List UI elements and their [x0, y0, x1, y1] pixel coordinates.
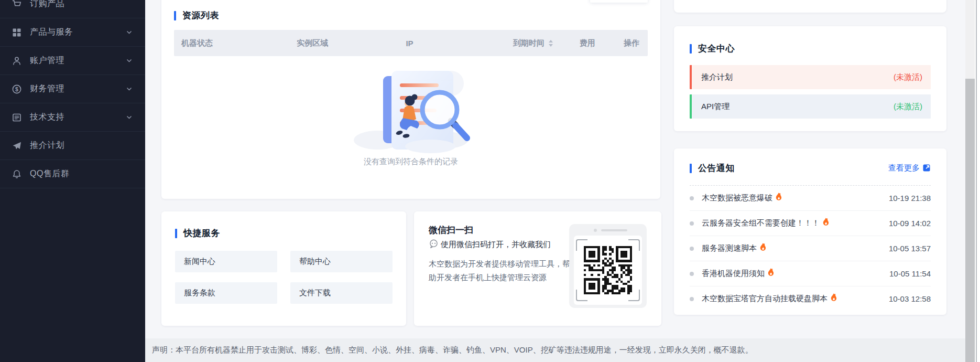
sidebar-item-bell[interactable]: QQ售后群	[0, 160, 145, 188]
wechat-subtitle-row: 使用微信扫码打开，并收藏我们	[429, 239, 564, 250]
dashboard-page: 订购产品 产品与服务 账户管理 $ 财务管理 技术支持 推介计划	[0, 0, 980, 362]
bullet-dot-icon	[690, 221, 694, 226]
view-more-label: 查看更多	[888, 163, 920, 173]
announcement-title: 香港机器使用须知	[702, 269, 765, 279]
announcement-date: 10-05 13:57	[889, 244, 931, 253]
accent-bar	[175, 229, 177, 238]
column-header-label: 到期时间	[513, 38, 545, 48]
announcements-panel: 公告通知 查看更多 木空数据被恶意爆破 10-19 21:38 云服务器安全组不…	[674, 148, 946, 315]
wechat-panel: 微信扫一扫 使用微信扫码打开，并收藏我们 木空数据为开发者提供移动管理工具，帮助…	[414, 211, 661, 326]
phone-speaker-pill	[601, 229, 627, 231]
sidebar-item-label: 技术支持	[30, 112, 126, 123]
column-header-label: IP	[406, 39, 413, 48]
quick-link-button[interactable]: 帮助中心	[290, 251, 393, 272]
security-row[interactable]: 推介计划 (未激活)	[690, 65, 931, 89]
wechat-subtitle: 使用微信扫码打开，并收藏我们	[441, 240, 551, 250]
security-row[interactable]: API管理 (未激活)	[690, 94, 931, 119]
announcement-title: 木空数据宝塔官方自动挂载硬盘脚本	[702, 294, 827, 304]
column-header: 操作	[616, 38, 648, 48]
announcement-date: 10-19 21:38	[889, 194, 931, 203]
column-header: IP	[398, 39, 505, 48]
external-link-icon	[923, 164, 931, 173]
sidebar-menu: 订购产品 产品与服务 账户管理 $ 财务管理 技术支持 推介计划	[0, 0, 145, 188]
sidebar-item-cart[interactable]: 订购产品	[0, 0, 145, 18]
quick-link-button[interactable]: 新闻中心	[175, 251, 277, 272]
quick-services-panel: 快捷服务 新闻中心帮助中心服务条款文件下载	[161, 211, 406, 326]
cut-off-panel	[674, 0, 946, 13]
column-header: 机器状态	[174, 38, 289, 48]
empty-illustration	[351, 61, 471, 155]
view-more-link[interactable]: 查看更多	[888, 163, 931, 173]
column-header: 实例区域	[289, 38, 398, 48]
finance-icon: $	[12, 84, 22, 94]
sidebar-item-support[interactable]: 技术支持	[0, 103, 145, 132]
footer-disclaimer-bar: 声明：本平台所有机器禁止用于攻击测试、博彩、色情、空间、小说、外挂、病毒、诈骗、…	[145, 338, 965, 362]
announcement-list: 木空数据被恶意爆破 10-19 21:38 云服务器安全组不需要创建！！！ 10…	[690, 186, 931, 311]
column-header-label: 操作	[624, 38, 639, 48]
sidebar-item-label: 产品与服务	[30, 27, 126, 38]
sidebar-item-label: QQ售后群	[30, 168, 133, 179]
create-instance-button[interactable]: 创建实例	[590, 0, 648, 3]
announcements-header: 公告通知 查看更多	[690, 148, 931, 174]
security-row-status: (未激活)	[894, 102, 922, 112]
security-row-status: (未激活)	[894, 72, 922, 82]
qr-viewfinder	[576, 239, 640, 301]
sidebar: 订购产品 产品与服务 账户管理 $ 财务管理 技术支持 推介计划	[0, 0, 145, 362]
announcement-date: 10-09 14:02	[889, 219, 931, 228]
scrollbar-thumb[interactable]	[965, 79, 975, 362]
security-center-panel: 安全中心 推介计划 (未激活) API管理 (未激活)	[674, 26, 946, 131]
announcement-date: 10-05 11:54	[889, 269, 931, 278]
flame-icon	[821, 218, 830, 227]
flame-icon	[829, 293, 837, 302]
column-header: 费用	[572, 38, 616, 48]
announcement-row[interactable]: 云服务器安全组不需要创建！！！ 10-09 14:02	[690, 211, 931, 236]
bullet-dot-icon	[690, 272, 694, 276]
sidebar-item-grid[interactable]: 产品与服务	[0, 18, 145, 47]
sidebar-item-label: 推介计划	[30, 140, 133, 151]
panel-title: 快捷服务	[183, 227, 220, 239]
sidebar-item-label: 订购产品	[30, 0, 133, 9]
quick-link-button[interactable]: 服务条款	[175, 282, 277, 304]
wechat-title: 微信扫一扫	[429, 224, 564, 236]
announcement-row[interactable]: 服务器测速脚本 10-05 13:57	[690, 236, 931, 261]
panel-title: 公告通知	[698, 162, 735, 174]
security-row-label: API管理	[701, 102, 729, 112]
quick-link-button[interactable]: 文件下载	[290, 282, 393, 304]
resource-list-panel: 资源列表 创建实例 机器状态实例区域IP到期时间费用操作	[161, 0, 660, 199]
announcement-date: 10-03 12:58	[889, 294, 931, 303]
security-rows: 推介计划 (未激活) API管理 (未激活)	[690, 65, 931, 119]
sort-toggle-icon[interactable]	[549, 40, 553, 47]
sidebar-item-finance[interactable]: $ 财务管理	[0, 75, 145, 103]
svg-text:$: $	[15, 86, 18, 92]
window-edge	[975, 0, 980, 362]
panel-title: 安全中心	[698, 42, 735, 55]
window-border-line	[976, 0, 977, 362]
column-header-label: 机器状态	[181, 38, 213, 48]
sidebar-item-promote[interactable]: 推介计划	[0, 132, 145, 160]
announcement-row[interactable]: 木空数据被恶意爆破 10-19 21:38	[690, 186, 931, 211]
phone-screen	[574, 236, 642, 305]
announcement-title: 服务器测速脚本	[702, 243, 757, 253]
user-icon	[12, 56, 22, 66]
chevron-down-icon	[126, 57, 133, 64]
quick-links-grid: 新闻中心帮助中心服务条款文件下载	[175, 251, 393, 304]
bullet-dot-icon	[690, 247, 694, 251]
announcement-row[interactable]: 香港机器使用须知 10-05 11:54	[690, 261, 931, 286]
panel-title: 资源列表	[182, 9, 219, 22]
main-content: 资源列表 创建实例 机器状态实例区域IP到期时间费用操作	[145, 0, 965, 362]
scrollbar-track[interactable]	[965, 0, 975, 362]
support-icon	[12, 112, 22, 123]
grid-icon	[12, 27, 22, 38]
chevron-down-icon	[126, 114, 133, 121]
chat-bubble-icon	[429, 239, 439, 250]
announcement-row[interactable]: 木空数据宝塔官方自动挂载硬盘脚本 10-03 12:58	[690, 286, 931, 311]
sidebar-item-user[interactable]: 账户管理	[0, 47, 145, 75]
wechat-text-block: 微信扫一扫 使用微信扫码打开，并收藏我们 木空数据为开发者提供移动管理工具，帮助…	[429, 224, 564, 313]
sidebar-item-label: 财务管理	[30, 83, 126, 94]
bullet-dot-icon	[690, 297, 694, 301]
empty-state-text: 没有查询到符合条件的记录	[174, 157, 648, 167]
announcement-title: 云服务器安全组不需要创建！！！	[702, 218, 820, 228]
promote-icon	[12, 141, 22, 151]
security-panel-header: 安全中心	[690, 26, 931, 55]
announcement-title: 木空数据被恶意爆破	[702, 193, 772, 203]
